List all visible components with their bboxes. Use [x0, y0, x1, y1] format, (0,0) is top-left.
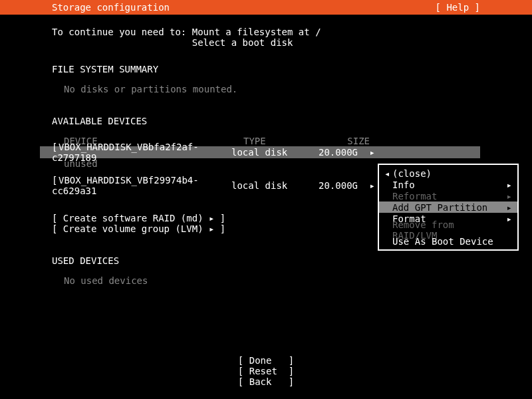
- chevron-right-icon: ▸: [504, 191, 512, 201]
- menu-remove-raid-lvm: Remove from RAID/LVM: [379, 224, 517, 235]
- page-title: Storage configuration: [52, 2, 170, 13]
- menu-close[interactable]: ◂ (close): [379, 168, 517, 179]
- device-type: local disk: [231, 147, 305, 158]
- col-type-header: TYPE: [243, 136, 317, 146]
- footer-buttons: [ Done ] [ Reset ] [ Back ]: [0, 355, 532, 387]
- fs-summary-heading: FILE SYSTEM SUMMARY: [52, 64, 480, 74]
- device-size: 20.000G: [305, 147, 358, 158]
- instruction-line-2: Select a boot disk: [52, 37, 480, 48]
- chevron-left-icon: ◂: [384, 168, 392, 179]
- fs-summary-empty: No disks or partitions mounted.: [64, 84, 480, 94]
- col-size-header: SIZE: [317, 136, 370, 146]
- used-devices-empty: No used devices: [64, 275, 480, 286]
- chevron-right-icon: ▸: [358, 147, 378, 158]
- done-button[interactable]: [ Done ]: [0, 355, 532, 366]
- chevron-right-icon: ▸: [504, 202, 512, 213]
- reset-button[interactable]: [ Reset ]: [0, 366, 532, 376]
- chevron-right-icon: ▸: [504, 213, 512, 224]
- menu-info[interactable]: Info ▸: [379, 179, 517, 190]
- device-name: VBOX_HARDDISK_VBf29974b4-cc629a31: [52, 175, 199, 196]
- device-row[interactable]: [VBOX_HARDDISK_VBbfa2f2af-c2797189 local…: [40, 146, 480, 158]
- menu-add-gpt-partition[interactable]: Add GPT Partition ▸: [379, 201, 517, 213]
- menu-use-as-boot-device[interactable]: Use As Boot Device: [379, 235, 517, 247]
- device-context-menu: ◂ (close) Info ▸ Reformat ▸ Add GPT Part…: [378, 164, 519, 251]
- used-devices-heading: USED DEVICES: [52, 255, 480, 266]
- help-button[interactable]: [ Help ]: [436, 2, 480, 13]
- device-type: local disk: [231, 180, 305, 191]
- chevron-right-icon: ▸: [358, 180, 378, 191]
- menu-reformat: Reformat ▸: [379, 190, 517, 201]
- available-devices-heading: AVAILABLE DEVICES: [52, 116, 480, 126]
- back-button[interactable]: [ Back ]: [0, 376, 532, 387]
- instruction-line-1: To continue you need to: Mount a filesys…: [52, 27, 480, 37]
- title-bar: Storage configuration [ Help ]: [0, 0, 532, 15]
- chevron-right-icon: ▸: [504, 180, 512, 190]
- device-size: 20.000G: [305, 180, 358, 191]
